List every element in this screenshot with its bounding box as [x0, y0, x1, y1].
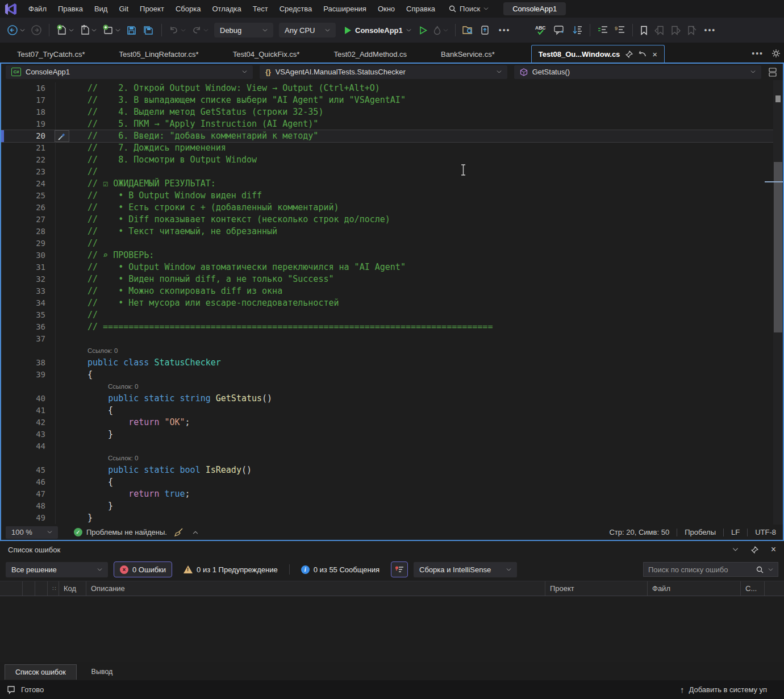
format-document-button[interactable] [595, 23, 611, 38]
split-window-icon[interactable] [768, 68, 777, 77]
hot-reload-button[interactable] [431, 23, 451, 38]
clear-bookmarks-button[interactable] [685, 23, 699, 38]
line-number[interactable]: 42 [1, 417, 55, 428]
tab-list-overflow-button[interactable]: ••• [752, 49, 764, 58]
solution-name-badge[interactable]: ConsoleApp1 [503, 2, 566, 15]
column-severity[interactable] [0, 581, 23, 596]
filter-toggle-button[interactable] [391, 561, 408, 577]
menu-item-2[interactable]: Вид [89, 2, 114, 15]
line-number[interactable]: 29 [1, 238, 55, 249]
previous-bookmark-button[interactable] [652, 23, 667, 38]
toolbar-overflow-button[interactable]: ••• [494, 26, 515, 35]
undo-button[interactable] [166, 23, 188, 37]
navigate-forward-button[interactable] [28, 22, 44, 38]
menu-item-11[interactable]: Справка [401, 2, 441, 15]
column-blank-2[interactable] [35, 581, 48, 596]
code-lens-references[interactable]: Ссылок: 0 [87, 452, 138, 464]
caret-position[interactable]: Стр: 20, Симв: 50 [602, 528, 677, 536]
find-in-files-button[interactable] [460, 23, 476, 38]
column-project[interactable]: Проект [545, 581, 648, 596]
panel-close-icon[interactable]: × [771, 544, 776, 555]
line-number[interactable]: 38 [1, 357, 55, 369]
move-line-button[interactable] [569, 23, 585, 38]
tab-1[interactable]: Test05_LinqRefactor.cs* [102, 45, 215, 63]
configuration-combo[interactable]: Debug [214, 23, 273, 38]
undo-close-icon[interactable] [639, 51, 647, 57]
line-number[interactable]: 44 [1, 440, 55, 452]
line-number[interactable]: 45 [1, 464, 55, 476]
redo-button[interactable] [189, 23, 211, 37]
tab-4[interactable]: BankService.cs* [424, 45, 512, 63]
format-selection-button[interactable]: 9 [612, 23, 628, 38]
scrollbar-thumb[interactable] [774, 162, 782, 332]
next-bookmark-button[interactable] [668, 23, 683, 38]
messages-filter-button[interactable]: i 0 из 55 Сообщения [295, 561, 385, 577]
tab-3[interactable]: Test02_AddMethod.cs [316, 45, 424, 63]
line-number[interactable]: 32 [1, 273, 55, 285]
line-number[interactable]: 48 [1, 500, 55, 512]
line-number[interactable]: 33 [1, 285, 55, 297]
line-number[interactable]: 28 [1, 226, 55, 238]
line-number[interactable]: 36 [1, 321, 55, 333]
source-dropdown[interactable]: Сборка и IntelliSense [414, 562, 517, 577]
line-number[interactable]: 35 [1, 309, 55, 321]
line-number[interactable]: 34 [1, 297, 55, 309]
source-control-action[interactable]: ↑ Добавить в систему уп [680, 680, 784, 699]
menu-item-3[interactable]: Git [113, 2, 134, 15]
add-new-item-button[interactable] [100, 22, 123, 38]
line-number[interactable]: 47 [1, 488, 55, 500]
platform-combo[interactable]: Any CPU [279, 23, 336, 38]
new-project-button[interactable] [54, 22, 76, 38]
line-number[interactable]: 24 [1, 178, 55, 190]
column-line[interactable]: С... [741, 581, 765, 596]
line-number[interactable]: 22 [1, 154, 55, 166]
go-to-all-button[interactable] [477, 23, 493, 38]
menu-item-4[interactable]: Проект [134, 2, 170, 15]
comment-edit-button[interactable] [552, 23, 568, 38]
warnings-filter-button[interactable]: 0 из 1 Предупреждение [178, 561, 283, 577]
save-button[interactable] [124, 23, 139, 38]
line-number[interactable]: 16 [1, 82, 55, 94]
menu-item-6[interactable]: Отладка [206, 2, 247, 15]
line-number[interactable] [1, 345, 55, 357]
line-number[interactable]: 30 [1, 249, 55, 261]
type-dropdown[interactable]: {} VSAgentAI.ManualTests.StatusChecker [260, 65, 507, 79]
toolbar-overflow-button-2[interactable]: ••• [700, 26, 721, 35]
line-number[interactable] [1, 381, 55, 393]
errors-filter-button[interactable]: × 0 Ошибки [114, 561, 172, 577]
member-dropdown[interactable]: GetStatus() [514, 65, 761, 79]
line-number[interactable]: 46 [1, 476, 55, 488]
tab-2[interactable]: Test04_QuickFix.cs* [216, 45, 317, 63]
panel-tab-output[interactable]: Вывод [91, 668, 113, 676]
column-blank-3[interactable] [765, 581, 784, 596]
line-number[interactable]: 37 [1, 333, 55, 345]
column-code[interactable]: Код [59, 581, 86, 596]
line-number[interactable]: 18 [1, 106, 55, 118]
line-number[interactable]: 43 [1, 428, 55, 440]
project-dropdown[interactable]: C# ConsoleApp1 [6, 65, 253, 79]
toggle-bookmark-button[interactable] [637, 23, 650, 38]
menu-item-9[interactable]: Расширения [318, 2, 372, 15]
start-debugging-button[interactable]: ConsoleApp1 [339, 26, 416, 35]
error-list-grid-body[interactable] [0, 596, 784, 660]
spell-checker-button[interactable]: ABC [532, 22, 551, 38]
menu-item-10[interactable]: Окно [372, 2, 401, 15]
menu-item-8[interactable]: Средства [274, 2, 318, 15]
tab-test08-output-window[interactable]: Test08_Ou...Window.cs × [531, 45, 665, 63]
pin-icon[interactable] [625, 51, 633, 58]
menu-item-5[interactable]: Сборка [170, 2, 207, 15]
menu-item-7[interactable]: Тест [247, 2, 274, 15]
close-tab-icon[interactable]: × [652, 49, 657, 59]
column-blank-1[interactable] [23, 581, 35, 596]
error-list-search-box[interactable] [643, 562, 778, 577]
editor-vertical-scrollbar[interactable] [773, 80, 783, 525]
column-suppression-icon[interactable]: ∷ [48, 581, 59, 596]
document-health-indicator[interactable]: ✓ Проблемы не найдены. [74, 528, 167, 536]
quick-actions-screwdriver-icon[interactable] [55, 130, 69, 142]
code-editor[interactable]: 16// 2. Открой Output Window: View → Out… [1, 80, 783, 525]
tab-settings-gear-icon[interactable] [772, 49, 781, 58]
line-number[interactable]: 21 [1, 142, 55, 154]
code-lens-references[interactable]: Ссылок: 0 [87, 381, 138, 393]
column-file[interactable]: Файл [648, 581, 741, 596]
search-options-chevron-icon[interactable] [768, 568, 773, 571]
